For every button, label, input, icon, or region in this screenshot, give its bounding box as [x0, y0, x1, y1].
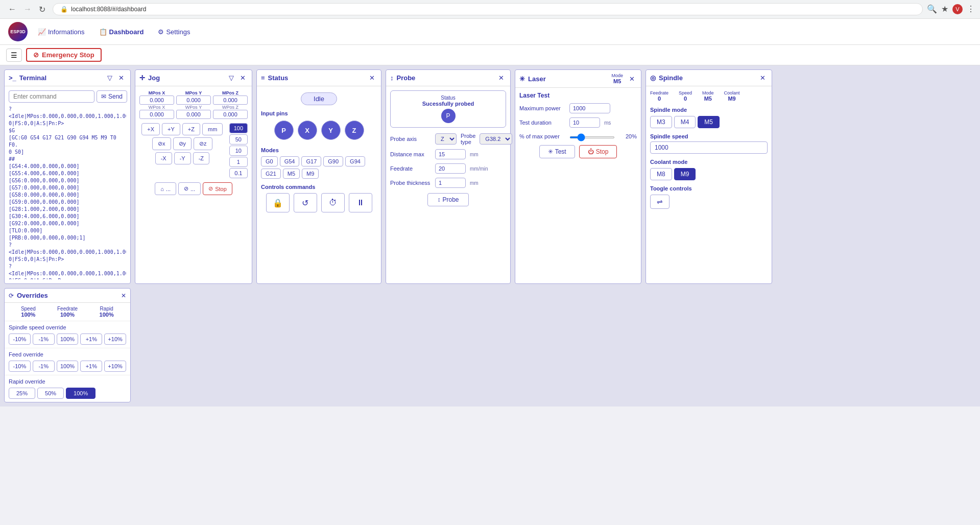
rapid-25-button[interactable]: 25% — [9, 388, 35, 399]
mode-g94[interactable]: G94 — [345, 156, 365, 166]
step-50-button[interactable]: 50 — [229, 134, 248, 145]
spindle-m8-button[interactable]: M8 — [650, 168, 672, 180]
back-button[interactable]: ← — [5, 4, 19, 15]
spindle-plus-1-button[interactable]: +1% — [80, 333, 102, 345]
profile-icon[interactable]: V — [952, 4, 963, 14]
jog-home-button[interactable]: ⌂ ... — [155, 182, 176, 195]
probe-type-select[interactable]: G38.2 — [480, 133, 512, 145]
spindle-plus-10-button[interactable]: +10% — [104, 333, 126, 345]
laser-close-button[interactable]: ✕ — [627, 74, 637, 84]
spindle-close-button[interactable]: ✕ — [758, 73, 768, 83]
step-10-button[interactable]: 10 — [229, 146, 248, 156]
terminal-minimize-button[interactable]: ▽ — [105, 73, 114, 83]
plus-z-button[interactable]: +Z — [182, 123, 200, 135]
spindle-speed-input[interactable] — [650, 141, 768, 154]
more-icon[interactable]: ⋮ — [967, 4, 975, 14]
ctrl-refresh-button[interactable]: ↺ — [294, 193, 317, 212]
probe-axis-select[interactable]: ZXY — [435, 133, 457, 145]
pin-x-button[interactable]: X — [298, 121, 317, 140]
probe-distance-input[interactable] — [435, 149, 466, 159]
search-icon[interactable]: 🔍 — [927, 4, 937, 14]
nav-dashboard[interactable]: 📋 Dashboard — [95, 26, 148, 38]
spindle-toggle-button[interactable]: ⇌ — [650, 195, 670, 209]
address-bar[interactable]: 🔒 localhost:8088/#/dashboard — [53, 3, 923, 15]
spindle-m5-button[interactable]: M5 — [698, 116, 720, 128]
zero-z-button[interactable]: ⊘z — [194, 137, 212, 150]
laser-test-button[interactable]: ✳ Test — [539, 145, 575, 158]
pin-z-button[interactable]: Z — [345, 121, 364, 140]
wpos-y-input[interactable] — [176, 110, 211, 119]
forward-button[interactable]: → — [20, 4, 35, 15]
status-close-button[interactable]: ✕ — [367, 73, 377, 83]
terminal-send-button[interactable]: ✉ Send — [97, 90, 127, 103]
mode-m9[interactable]: M9 — [302, 169, 319, 179]
mpos-y-input[interactable] — [176, 96, 211, 105]
spindle-100-button[interactable]: 100% — [57, 333, 79, 345]
minus-y-button[interactable]: -Y — [174, 152, 191, 164]
jog-minimize-button[interactable]: ▽ — [227, 73, 236, 83]
zero-x-button[interactable]: ⊘x — [152, 137, 171, 150]
mode-g21[interactable]: G21 — [261, 169, 281, 179]
pin-p-button[interactable]: P — [274, 121, 294, 140]
minus-x-button[interactable]: -X — [155, 152, 172, 164]
feed-100-button[interactable]: 100% — [57, 361, 79, 372]
emergency-stop-button[interactable]: ⊘ Emergency Stop — [26, 48, 102, 62]
spindle-m4-button[interactable]: M4 — [674, 116, 696, 128]
refresh-button[interactable]: ↻ — [36, 4, 49, 15]
jog-zero-button[interactable]: ⊘ ... — [178, 182, 201, 195]
mode-m5[interactable]: M5 — [283, 169, 300, 179]
spindle-minus-1-button[interactable]: -1% — [33, 333, 55, 345]
probe-thickness-input[interactable] — [435, 178, 466, 188]
overrides-feedrate-value: 100% — [48, 312, 87, 318]
mode-g90[interactable]: G90 — [323, 156, 343, 166]
mode-g17[interactable]: G17 — [301, 156, 321, 166]
step-100-button[interactable]: 100 — [229, 123, 248, 133]
wpos-x-input[interactable] — [139, 110, 174, 119]
stop-circle-icon: ⊘ — [33, 51, 39, 59]
feed-plus-10-button[interactable]: +10% — [104, 361, 126, 372]
rapid-100-button[interactable]: 100% — [66, 388, 95, 399]
bookmark-icon[interactable]: ★ — [941, 4, 948, 14]
spindle-m9-button[interactable]: M9 — [674, 168, 696, 180]
mpos-z-input[interactable] — [213, 96, 248, 105]
probe-feedrate-input[interactable] — [435, 163, 466, 174]
feed-plus-1-button[interactable]: +1% — [80, 361, 102, 372]
laser-max-power-input[interactable] — [569, 103, 610, 113]
pin-y-button[interactable]: Y — [321, 121, 341, 140]
jog-stop-button[interactable]: ⊘ Stop — [203, 182, 232, 195]
mode-g0[interactable]: G0 — [261, 156, 278, 166]
ctrl-clock-button[interactable]: ⏱ — [321, 193, 345, 212]
wpos-z-input[interactable] — [213, 110, 248, 119]
terminal-input[interactable] — [9, 90, 94, 103]
zero-y-button[interactable]: ⊘y — [173, 137, 192, 150]
rapid-50-button[interactable]: 50% — [37, 388, 64, 399]
mpos-x-input[interactable] — [139, 96, 174, 105]
spindle-feedrate-value: 0 — [650, 96, 668, 102]
laser-stop-button[interactable]: ⏻ Stop — [579, 145, 617, 158]
step-1-button[interactable]: 1 — [229, 157, 248, 167]
wpos-y-label: WPos Y — [176, 105, 211, 110]
plus-x-button[interactable]: +X — [141, 123, 160, 135]
probe-button[interactable]: ↕ Probe — [427, 193, 468, 206]
feed-minus-1-button[interactable]: -1% — [33, 361, 55, 372]
probe-close-button[interactable]: ✕ — [496, 73, 506, 83]
ctrl-pause-button[interactable]: ⏸ — [349, 193, 372, 212]
probe-circle-icon[interactable]: P — [441, 109, 456, 123]
jog-close-button[interactable]: ✕ — [238, 73, 248, 83]
overrides-close-button[interactable]: ✕ — [121, 292, 126, 299]
laser-duration-input[interactable] — [569, 117, 600, 128]
nav-informations[interactable]: 📈 Informations — [34, 26, 89, 38]
menu-button[interactable]: ☰ — [6, 49, 22, 62]
spindle-m3-button[interactable]: M3 — [650, 116, 672, 128]
mode-g54[interactable]: G54 — [280, 156, 300, 166]
plus-y-button[interactable]: +Y — [162, 123, 180, 135]
terminal-close-button[interactable]: ✕ — [116, 73, 126, 83]
laser-power-slider[interactable] — [569, 136, 615, 138]
minus-z-button[interactable]: -Z — [193, 152, 209, 164]
spindle-minus-10-button[interactable]: -10% — [9, 333, 31, 345]
step-01-button[interactable]: 0.1 — [229, 168, 248, 178]
feed-minus-10-button[interactable]: -10% — [9, 361, 31, 372]
nav-settings[interactable]: ⚙ Settings — [154, 26, 194, 38]
ctrl-lock-button[interactable]: 🔒 — [266, 193, 290, 212]
unit-button[interactable]: mm — [202, 123, 223, 135]
